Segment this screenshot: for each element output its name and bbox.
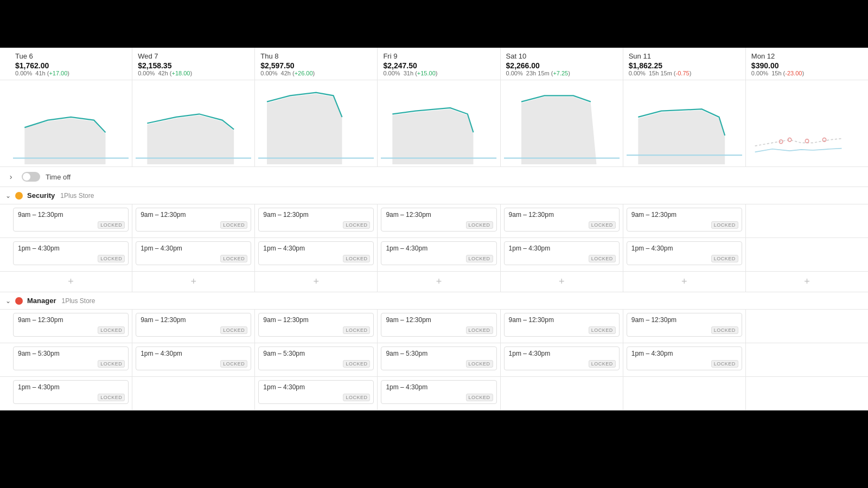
shift-cell-security-r1-d4[interactable]: 1pm – 4:30pm LOCKED bbox=[501, 238, 623, 271]
shift-cell-manager-r0-d4[interactable]: 9am – 12:30pm LOCKED bbox=[501, 310, 623, 343]
shift-block-manager-r0-d2[interactable]: 9am – 12:30pm LOCKED bbox=[258, 313, 374, 337]
charts-row bbox=[0, 80, 868, 167]
shift-cell-manager-r2-d0[interactable]: 1pm – 4:30pm LOCKED bbox=[10, 377, 132, 410]
shift-time: 1pm – 4:30pm bbox=[263, 383, 369, 391]
shift-block-manager-r1-d3[interactable]: 9am – 5:30pm LOCKED bbox=[381, 346, 496, 370]
store-name-manager: 1Plus Store bbox=[61, 297, 95, 305]
schedule-label-col bbox=[0, 238, 10, 271]
shift-block-security-r1-d3[interactable]: 1pm – 4:30pm LOCKED bbox=[381, 241, 496, 265]
day-meta-sat10: 0.00% 23h 15m (+7.25) bbox=[506, 70, 617, 76]
shift-cell-manager-r1-d5[interactable]: 1pm – 4:30pm LOCKED bbox=[623, 343, 746, 376]
shift-block-manager-r1-d1[interactable]: 1pm – 4:30pm LOCKED bbox=[136, 346, 251, 370]
day-total-tue6: $1,762.00 bbox=[15, 61, 126, 70]
chart-cell-tue6 bbox=[10, 80, 132, 166]
shift-block-security-r0-d5[interactable]: 9am – 12:30pm LOCKED bbox=[627, 208, 742, 232]
shift-cell-security-r1-d6[interactable] bbox=[746, 238, 868, 271]
shift-cell-manager-r0-d3[interactable]: 9am – 12:30pm LOCKED bbox=[378, 310, 500, 343]
shift-cell-security-r0-d4[interactable]: 9am – 12:30pm LOCKED bbox=[501, 204, 623, 237]
locked-badge: LOCKED bbox=[220, 255, 247, 262]
shift-cell-security-r0-d0[interactable]: 9am – 12:30pm LOCKED bbox=[10, 204, 132, 237]
shift-cell-manager-r1-d0[interactable]: 9am – 5:30pm LOCKED bbox=[10, 343, 132, 376]
shift-block-security-r1-d0[interactable]: 1pm – 4:30pm LOCKED bbox=[13, 241, 129, 265]
shift-cell-security-r0-d2[interactable]: 9am – 12:30pm LOCKED bbox=[255, 204, 378, 237]
day-name-thu8: Thu 8 bbox=[260, 52, 372, 60]
shift-time: 9am – 12:30pm bbox=[386, 316, 492, 324]
shift-block-security-r0-d4[interactable]: 9am – 12:30pm LOCKED bbox=[504, 208, 620, 232]
shift-cell-security-r1-d3[interactable]: 1pm – 4:30pm LOCKED bbox=[378, 238, 500, 271]
schedule-label-col bbox=[0, 343, 10, 376]
shift-cell-manager-r0-d0[interactable]: 9am – 12:30pm LOCKED bbox=[10, 310, 132, 343]
shift-cell-manager-r2-d3[interactable]: 1pm – 4:30pm LOCKED bbox=[378, 377, 500, 410]
add-row-label-col bbox=[0, 272, 10, 292]
add-shift-btn-security-d2[interactable]: + bbox=[255, 272, 378, 292]
shift-block-manager-r1-d5[interactable]: 1pm – 4:30pm LOCKED bbox=[627, 346, 742, 370]
time-off-label: Time off bbox=[46, 173, 71, 181]
add-shift-btn-security-d0[interactable]: + bbox=[10, 272, 132, 292]
shift-block-manager-r0-d1[interactable]: 9am – 12:30pm LOCKED bbox=[136, 313, 251, 337]
shift-block-security-r1-d5[interactable]: 1pm – 4:30pm LOCKED bbox=[627, 241, 742, 265]
shift-block-manager-r1-d2[interactable]: 9am – 5:30pm LOCKED bbox=[258, 346, 374, 370]
shift-block-security-r0-d3[interactable]: 9am – 12:30pm LOCKED bbox=[381, 208, 496, 232]
shift-block-security-r0-d0[interactable]: 9am – 12:30pm LOCKED bbox=[13, 208, 129, 232]
sections-container: ⌄ Security 1Plus Store 9am – 12:30pm LOC… bbox=[0, 187, 868, 410]
chart-cell-sat10 bbox=[501, 80, 623, 166]
shift-cell-manager-r1-d2[interactable]: 9am – 5:30pm LOCKED bbox=[255, 343, 378, 376]
shift-cell-manager-r1-d1[interactable]: 1pm – 4:30pm LOCKED bbox=[132, 343, 255, 376]
time-off-toggle[interactable] bbox=[22, 172, 40, 182]
shift-block-manager-r2-d0[interactable]: 1pm – 4:30pm LOCKED bbox=[13, 380, 129, 404]
add-shift-btn-security-d4[interactable]: + bbox=[501, 272, 623, 292]
day-header-sat10: Sat 10 $2,266.00 0.00% 23h 15m (+7.25) bbox=[501, 48, 623, 80]
shift-cell-security-r1-d0[interactable]: 1pm – 4:30pm LOCKED bbox=[10, 238, 132, 271]
add-shift-btn-security-d1[interactable]: + bbox=[132, 272, 255, 292]
svg-marker-2 bbox=[147, 115, 234, 164]
shift-cell-security-r0-d3[interactable]: 9am – 12:30pm LOCKED bbox=[378, 204, 500, 237]
section-chevron-manager[interactable]: ⌄ bbox=[5, 297, 11, 305]
shift-cell-security-r0-d6[interactable] bbox=[746, 204, 868, 237]
shift-block-manager-r0-d3[interactable]: 9am – 12:30pm LOCKED bbox=[381, 313, 496, 337]
shift-block-security-r1-d1[interactable]: 1pm – 4:30pm LOCKED bbox=[136, 241, 251, 265]
shift-cell-manager-r0-d2[interactable]: 9am – 12:30pm LOCKED bbox=[255, 310, 378, 343]
shift-cell-manager-r2-d5[interactable] bbox=[623, 377, 746, 410]
shift-cell-manager-r2-d2[interactable]: 1pm – 4:30pm LOCKED bbox=[255, 377, 378, 410]
shift-cell-security-r1-d1[interactable]: 1pm – 4:30pm LOCKED bbox=[132, 238, 255, 271]
add-row-security: +++++++ bbox=[0, 272, 868, 292]
shift-block-security-r1-d4[interactable]: 1pm – 4:30pm LOCKED bbox=[504, 241, 620, 265]
section-chevron-security[interactable]: ⌄ bbox=[5, 192, 11, 200]
shift-block-manager-r0-d4[interactable]: 9am – 12:30pm LOCKED bbox=[504, 313, 620, 337]
shift-cell-manager-r1-d6[interactable] bbox=[746, 343, 868, 376]
shift-cell-security-r1-d2[interactable]: 1pm – 4:30pm LOCKED bbox=[255, 238, 378, 271]
shift-block-security-r0-d1[interactable]: 9am – 12:30pm LOCKED bbox=[136, 208, 251, 232]
add-shift-btn-security-d6[interactable]: + bbox=[746, 272, 868, 292]
shift-block-manager-r0-d5[interactable]: 9am – 12:30pm LOCKED bbox=[627, 313, 742, 337]
day-meta-wed7: 0.00% 42h (+18.00) bbox=[138, 70, 249, 76]
shift-block-manager-r0-d0[interactable]: 9am – 12:30pm LOCKED bbox=[13, 313, 129, 337]
shift-cell-manager-r0-d1[interactable]: 9am – 12:30pm LOCKED bbox=[132, 310, 255, 343]
day-total-fri9: $2,247.50 bbox=[383, 61, 494, 70]
day-meta-fri9: 0.00% 31h (+15.00) bbox=[383, 70, 494, 76]
shift-cell-manager-r0-d6[interactable] bbox=[746, 310, 868, 343]
shift-block-manager-r1-d0[interactable]: 9am – 5:30pm LOCKED bbox=[13, 346, 129, 370]
shift-cell-security-r0-d1[interactable]: 9am – 12:30pm LOCKED bbox=[132, 204, 255, 237]
shift-cell-security-r0-d5[interactable]: 9am – 12:30pm LOCKED bbox=[623, 204, 746, 237]
shift-cell-manager-r2-d6[interactable] bbox=[746, 377, 868, 410]
shift-block-security-r0-d2[interactable]: 9am – 12:30pm LOCKED bbox=[258, 208, 374, 232]
time-off-expand-btn[interactable]: › bbox=[5, 171, 16, 182]
shift-block-manager-r2-d3[interactable]: 1pm – 4:30pm LOCKED bbox=[381, 380, 496, 404]
shift-cell-manager-r1-d3[interactable]: 9am – 5:30pm LOCKED bbox=[378, 343, 500, 376]
day-name-sat10: Sat 10 bbox=[506, 52, 617, 60]
shift-block-manager-r1-d4[interactable]: 1pm – 4:30pm LOCKED bbox=[504, 346, 620, 370]
locked-badge: LOCKED bbox=[711, 326, 738, 334]
add-shift-btn-security-d3[interactable]: + bbox=[378, 272, 500, 292]
shift-block-manager-r2-d2[interactable]: 1pm – 4:30pm LOCKED bbox=[258, 380, 374, 404]
controls-row: › Time off bbox=[0, 167, 868, 187]
chart-cell-fri9 bbox=[378, 80, 500, 166]
shift-cell-manager-r1-d4[interactable]: 1pm – 4:30pm LOCKED bbox=[501, 343, 623, 376]
svg-point-13 bbox=[805, 139, 808, 143]
add-shift-btn-security-d5[interactable]: + bbox=[623, 272, 746, 292]
shift-cell-manager-r2-d4[interactable] bbox=[501, 377, 623, 410]
shift-cell-security-r1-d5[interactable]: 1pm – 4:30pm LOCKED bbox=[623, 238, 746, 271]
shift-block-security-r1-d2[interactable]: 1pm – 4:30pm LOCKED bbox=[258, 241, 374, 265]
shift-cell-manager-r0-d5[interactable]: 9am – 12:30pm LOCKED bbox=[623, 310, 746, 343]
shift-cell-manager-r2-d1[interactable] bbox=[132, 377, 255, 410]
schedule-grid-manager-row0: 9am – 12:30pm LOCKED 9am – 12:30pm LOCKE… bbox=[0, 310, 868, 343]
